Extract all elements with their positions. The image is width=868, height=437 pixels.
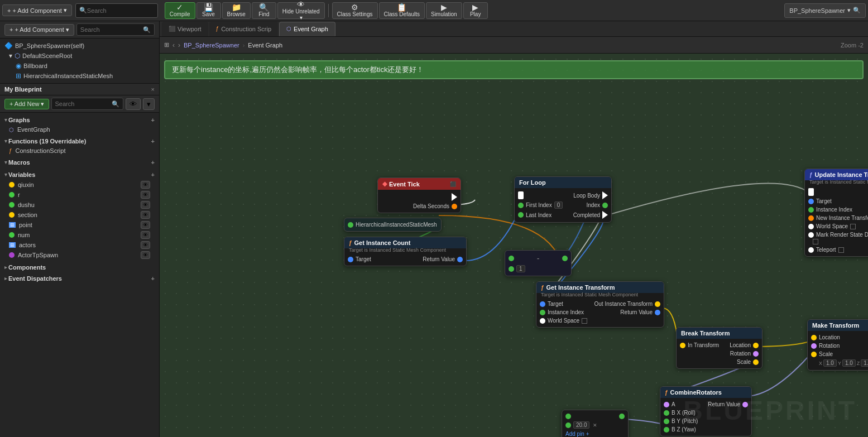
get-instance-transform-header: ƒ Get Instance Transform: [536, 282, 664, 293]
update-instance-transform-header: ƒ Update Instance Transform: [805, 169, 868, 180]
var-num-visibility[interactable]: 👁: [141, 231, 150, 239]
compile-button[interactable]: ✓ Compile: [165, 2, 195, 19]
var-section-visibility[interactable]: 👁: [141, 211, 150, 219]
get-instance-transform-node[interactable]: ƒ Get Instance Transform Target is Insta…: [536, 281, 664, 328]
make-transform-node[interactable]: Make Transform Location Return Value: [807, 319, 868, 371]
hierarchical-mesh-node[interactable]: HierarchicalInstancedStaticMesh: [344, 218, 442, 232]
graphs-label: Graphs: [8, 117, 30, 123]
add-component-button[interactable]: + + Add Component ▾: [2, 4, 72, 16]
uit-dirty-checkbox[interactable]: [813, 239, 818, 244]
var-dushu-item[interactable]: dushu 👁: [0, 200, 159, 210]
compile-label: Compile: [170, 11, 190, 17]
scale-z-input[interactable]: 1.0: [861, 359, 868, 367]
filter-button[interactable]: ▾: [143, 98, 155, 110]
default-scene-root-item[interactable]: ▾ ⬡ DefaultSceneRoot: [0, 51, 159, 61]
simulation-button[interactable]: ▶ Simulation: [426, 2, 462, 19]
var-dushu-visibility[interactable]: 👁: [141, 201, 150, 209]
browse-button[interactable]: 📁 Browse: [222, 2, 251, 19]
last-index-row: Last Index Completed: [515, 210, 611, 220]
var-qiuxin-item[interactable]: qiuxin 👁: [0, 180, 159, 190]
break-transform-node[interactable]: Break Transform In Transform Location: [676, 327, 763, 369]
class-settings-button[interactable]: ⚙ Class Settings: [332, 2, 378, 19]
worldspace-checkbox[interactable]: [582, 318, 587, 324]
scale-x-input[interactable]: 1.0: [823, 359, 837, 367]
save-button[interactable]: 💾 Save: [196, 2, 221, 19]
var-actortpspawn-item[interactable]: ActorTpSpawn 👁: [0, 250, 159, 260]
component-search-input[interactable]: [80, 26, 143, 33]
visibility-button[interactable]: 👁: [126, 98, 141, 110]
get-instance-count-node[interactable]: ƒ Get Instance Count Target is Instanced…: [344, 237, 467, 266]
var-r-visibility[interactable]: 👁: [141, 191, 150, 199]
event-graph-item[interactable]: ⬡ EventGraph: [0, 125, 159, 134]
var-actortpspawn-visibility[interactable]: 👁: [141, 251, 150, 259]
git-return-pin: [655, 310, 660, 315]
var-actors-item[interactable]: ⊞ actors 👁: [0, 240, 159, 250]
var-point-visibility[interactable]: 👁: [141, 221, 150, 229]
uit-worldspace-checkbox[interactable]: [850, 224, 856, 229]
add-pin-label[interactable]: Add pin +: [565, 431, 589, 437]
blueprint-canvas[interactable]: 更新每个instance的坐标,遍历仍然会影响帧率，但比每个actor都tick…: [160, 54, 868, 437]
git-index-row: Instance Index Return Value: [536, 308, 664, 316]
add-graph-button[interactable]: +: [151, 117, 155, 123]
target-row: Target Return Value: [344, 255, 466, 263]
add-component-button-left[interactable]: + + Add Component ▾: [4, 24, 74, 36]
expand-icon: ▾: [9, 52, 12, 60]
close-blueprint-button[interactable]: ×: [151, 86, 155, 93]
add-new-button[interactable]: + Add New ▾: [4, 99, 49, 109]
play-button[interactable]: ▶ Play: [463, 2, 488, 19]
index-pin: [602, 203, 608, 208]
blueprint-search-box[interactable]: 🔍: [51, 98, 123, 110]
blueprint-search-input[interactable]: [55, 100, 112, 107]
git-worldspace-label: World Space: [548, 318, 579, 324]
add-function-button[interactable]: +: [151, 138, 155, 145]
viewport-tab[interactable]: ⬛ Viewport: [162, 22, 208, 36]
forward-button[interactable]: ›: [178, 41, 180, 49]
var-r-item[interactable]: r 👁: [0, 190, 159, 200]
event-tick-node[interactable]: ◆ Event Tick ⬛ Delta Seconds: [377, 177, 461, 213]
update-instance-transform-node[interactable]: ƒ Update Instance Transform Target is In…: [804, 169, 868, 257]
out-transform-pin: [655, 301, 660, 307]
uit-teleport-checkbox[interactable]: [838, 247, 844, 253]
var-point-item[interactable]: ⊞ point 👁: [0, 220, 159, 230]
macros-header[interactable]: ▾ Macros +: [0, 157, 159, 167]
breadcrumb-bp[interactable]: BP_SphereSpawner: [184, 42, 239, 49]
add-component-left-label: + Add Component: [15, 26, 64, 33]
toolbar-search-input[interactable]: [87, 7, 154, 14]
construction-script-item[interactable]: ƒ ConstructionScript: [0, 146, 159, 155]
add-macro-button[interactable]: +: [151, 159, 155, 166]
bt-in-label: In Transform: [688, 342, 719, 348]
functions-header[interactable]: ▾ Functions (19 Overridable) +: [0, 136, 159, 146]
for-loop-node[interactable]: For Loop Loop Body: [514, 176, 612, 223]
git-target-pin: [540, 301, 545, 307]
components-bp-header[interactable]: ▸ Components: [0, 262, 159, 272]
subtract-node[interactable]: - 1: [505, 250, 572, 276]
variables-header[interactable]: ▾ Variables +: [0, 170, 159, 180]
self-label: BP_SphereSpawner(self): [15, 42, 84, 49]
event-dispatchers-section[interactable]: ▸ Event Dispatchers +: [0, 273, 159, 284]
class-defaults-button[interactable]: 📋 Class Defaults: [379, 2, 425, 19]
back-button[interactable]: ‹: [172, 41, 175, 49]
hierarchical-mesh-item[interactable]: ⊞ HierarchicalInstancedStaticMesh: [0, 71, 159, 81]
var-section-item[interactable]: section 👁: [0, 210, 159, 220]
debug-filter[interactable]: BP_SphereSpawner ▾ 🔍: [784, 3, 866, 18]
graphs-header[interactable]: ▾ Graphs +: [0, 115, 159, 125]
hide-unrelated-button[interactable]: 👁 Hide Unrelated ▾: [277, 2, 325, 19]
toolbar-search-box[interactable]: 🔍: [75, 3, 158, 18]
var-actors-visibility[interactable]: 👁: [141, 241, 150, 249]
add-variable-button[interactable]: +: [151, 171, 155, 178]
add-dispatcher-button[interactable]: +: [151, 275, 155, 282]
var-qiuxin-visibility[interactable]: 👁: [141, 181, 150, 189]
component-search[interactable]: 🔍: [76, 23, 155, 36]
add-node[interactable]: 20.0 ✕ Add pin +: [562, 410, 629, 437]
billboard-item[interactable]: ◉ Billboard: [0, 61, 159, 71]
add-value: 20.0: [573, 421, 589, 429]
construction-tab[interactable]: ƒ Construction Scrip: [209, 22, 278, 36]
var-num-item[interactable]: num 👁: [0, 230, 159, 240]
find-button[interactable]: 🔍 Find: [252, 2, 276, 19]
event-graph-tab[interactable]: ⬡ Event Graph: [279, 22, 335, 36]
self-item[interactable]: 🔷 BP_SphereSpawner(self): [0, 41, 159, 51]
chevron-down-icon: ▾: [64, 7, 67, 14]
return-label: Return Value: [423, 256, 455, 262]
grid-icon[interactable]: ⊞: [164, 41, 169, 49]
scale-y-input[interactable]: 1.0: [842, 359, 856, 367]
